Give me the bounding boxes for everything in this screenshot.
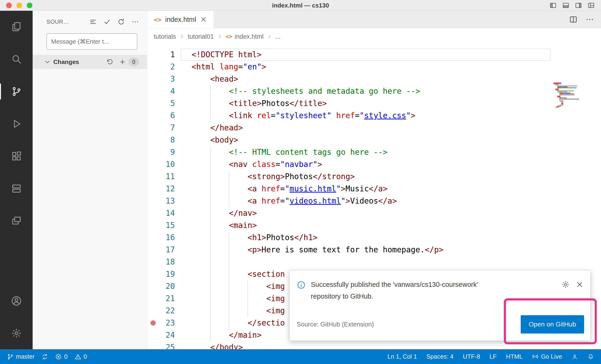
gutter[interactable]: 4 — [147, 85, 191, 97]
gutter[interactable]: 14 — [147, 207, 191, 219]
breadcrumb-item[interactable]: tutorial01 — [188, 33, 214, 40]
refresh-icon[interactable] — [117, 18, 125, 26]
more-actions-icon[interactable] — [131, 18, 139, 26]
code-row[interactable]: 10 <nav class="navbar"> — [147, 158, 601, 171]
code-row[interactable]: 2<html lang="en"> — [147, 61, 601, 73]
gutter[interactable]: 25 — [147, 341, 191, 349]
code-row[interactable]: 8 <body> — [147, 134, 601, 146]
discard-all-changes-icon[interactable] — [107, 59, 113, 65]
code-row[interactable]: 4 <!-- stylesheets and metadata go here … — [147, 85, 601, 97]
status-branch[interactable]: master — [5, 349, 36, 364]
status-indentation[interactable]: Spaces: 4 — [424, 349, 455, 364]
status-warnings[interactable]: 0 — [73, 349, 89, 364]
minimap[interactable] — [554, 83, 579, 108]
close-window-button[interactable] — [6, 3, 12, 8]
status-cursor-position[interactable]: Ln 1, Col 1 — [385, 349, 419, 364]
code-row[interactable]: 12 <a href="music.html">Music</a> — [147, 183, 601, 195]
gutter[interactable]: 1 — [147, 48, 191, 61]
gutter[interactable]: 23 — [147, 317, 191, 329]
activity-item-account[interactable] — [0, 293, 33, 309]
activity-item-source-control[interactable] — [0, 84, 33, 99]
code-row[interactable]: 6 <link rel="stylesheet" href="style.css… — [147, 110, 601, 122]
line-number: 9 — [170, 147, 175, 157]
status-go-live[interactable]: Go Live — [530, 349, 564, 364]
activity-item-extensions[interactable] — [0, 148, 33, 164]
gutter[interactable]: 22 — [147, 305, 191, 317]
stage-all-changes-icon[interactable] — [119, 59, 126, 65]
layout-customize-icon[interactable] — [587, 2, 595, 9]
more-actions-icon[interactable] — [585, 15, 594, 24]
status-errors[interactable]: 0 — [53, 349, 69, 364]
layout-panel-icon[interactable] — [562, 2, 570, 9]
status-notifications[interactable] — [585, 349, 596, 364]
code-row[interactable]: 5 <title>Photos</title> — [147, 97, 601, 110]
sync-icon — [41, 354, 48, 360]
gutter[interactable]: 17 — [147, 244, 191, 256]
indent-guide — [210, 97, 210, 110]
gutter[interactable]: 8 — [147, 134, 191, 146]
zoom-window-button[interactable] — [27, 3, 32, 8]
breadcrumb-item[interactable]: tutorials — [154, 33, 176, 40]
gutter[interactable]: 24 — [147, 329, 191, 341]
minimize-window-button[interactable] — [16, 3, 22, 8]
gutter[interactable]: 21 — [147, 292, 191, 305]
chevron-down-icon[interactable] — [44, 59, 50, 65]
activity-item-remote-explorer[interactable] — [0, 181, 33, 197]
code-row[interactable]: 16 <h1>Photos</h1> — [147, 231, 601, 244]
gutter[interactable]: 20 — [147, 280, 191, 292]
open-on-github-button[interactable]: Open on GitHub — [521, 315, 584, 334]
gear-icon[interactable] — [561, 280, 570, 288]
code-row[interactable]: 7 </head> — [147, 122, 601, 134]
activity-item-run-debug[interactable] — [0, 116, 33, 132]
status-eol[interactable]: LF — [488, 349, 498, 364]
layout-sidebar-right-icon[interactable] — [575, 2, 582, 9]
breadcrumb-item[interactable]: ... — [275, 33, 281, 40]
gutter[interactable]: 9 — [147, 146, 191, 158]
close-tab-icon[interactable] — [200, 16, 207, 23]
tab-index-html[interactable]: <> index.html — [147, 11, 214, 28]
code-row[interactable]: 3 <head> — [147, 73, 601, 85]
gutter[interactable]: 11 — [147, 171, 191, 183]
activity-item-windows[interactable] — [0, 213, 33, 229]
status-language-mode[interactable]: HTML — [504, 349, 525, 364]
code-row[interactable]: 1<!DOCTYPE html> — [147, 48, 601, 61]
code-row[interactable]: 25 </body> — [147, 341, 601, 349]
gutter[interactable]: 2 — [147, 61, 191, 73]
split-editor-icon[interactable] — [569, 15, 578, 24]
code-row[interactable]: 18 — [147, 256, 601, 268]
code-row[interactable]: 9 <!-- HTML content tags go here --> — [147, 146, 601, 158]
gutter[interactable]: 10 — [147, 158, 191, 171]
code-row[interactable]: 13 <a href="videos.html">Videos</a> — [147, 195, 601, 207]
view-and-sort-icon[interactable] — [89, 18, 97, 26]
code-row[interactable]: 15 <main> — [147, 219, 601, 231]
commit-icon[interactable] — [103, 18, 111, 26]
gutter[interactable]: 3 — [147, 73, 191, 85]
code-row[interactable]: 17 <p>Here is some text for the homepage… — [147, 244, 601, 256]
commit-message-input[interactable] — [47, 33, 137, 50]
gutter[interactable]: 16 — [147, 231, 191, 244]
code-row[interactable]: 11 <strong>Photos</strong> — [147, 171, 601, 183]
close-icon[interactable] — [576, 280, 584, 288]
gutter[interactable]: 6 — [147, 110, 191, 122]
status-encoding[interactable]: UTF-8 — [461, 349, 482, 364]
activity-item-settings[interactable] — [0, 325, 33, 341]
code-row[interactable]: 14 </nav> — [147, 207, 601, 219]
gutter[interactable]: 13 — [147, 195, 191, 207]
gutter[interactable]: 12 — [147, 183, 191, 195]
code-text: </head> — [191, 122, 601, 134]
changes-section-row[interactable]: Changes 0 — [33, 55, 147, 69]
gutter[interactable]: 15 — [147, 219, 191, 231]
status-sync[interactable] — [40, 349, 50, 364]
breadcrumb-item[interactable]: <>index.html — [226, 33, 264, 40]
gutter[interactable]: 19 — [147, 268, 191, 280]
layout-sidebar-left-icon[interactable] — [549, 2, 557, 9]
activity-item-search[interactable] — [0, 51, 33, 67]
status-feedback[interactable] — [570, 349, 580, 364]
indent-guide — [229, 317, 229, 329]
activity-item-explorer[interactable] — [0, 19, 33, 35]
gutter[interactable]: 18 — [147, 256, 191, 268]
indent-guide — [210, 231, 210, 244]
breakpoint-icon[interactable] — [150, 320, 156, 326]
gutter[interactable]: 5 — [147, 97, 191, 110]
gutter[interactable]: 7 — [147, 122, 191, 134]
